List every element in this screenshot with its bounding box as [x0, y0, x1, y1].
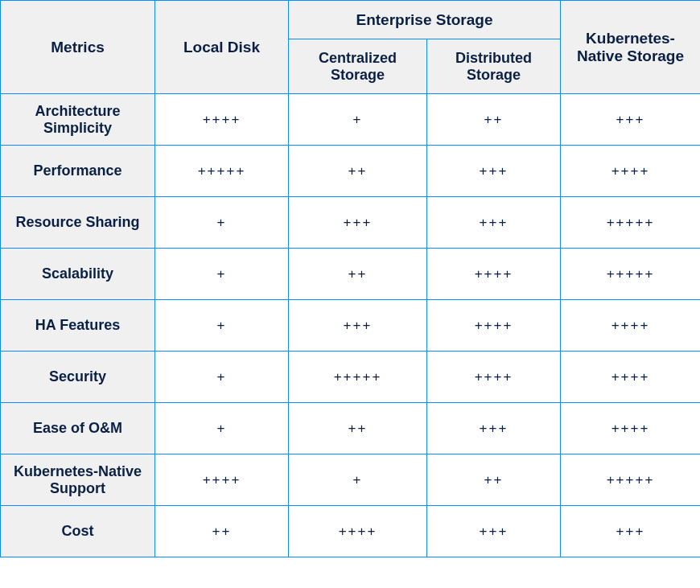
metric-label: HA Features	[1, 300, 155, 352]
metric-label: Scalability	[1, 249, 155, 300]
metric-label: Resource Sharing	[1, 197, 155, 249]
cell-value: +	[155, 352, 289, 403]
header-k8s-native: Kubernetes-Native Storage	[561, 1, 701, 94]
cell-value: +++	[289, 197, 427, 249]
cell-value: +++	[427, 197, 561, 249]
cell-value: +	[289, 454, 427, 506]
cell-value: ++	[155, 506, 289, 557]
cell-value: +	[155, 403, 289, 454]
cell-value: +++	[427, 403, 561, 454]
metric-label: Security	[1, 352, 155, 403]
table-row: Scalability + ++ ++++ +++++	[1, 249, 701, 300]
cell-value: ++	[289, 403, 427, 454]
metric-label: Ease of O&M	[1, 403, 155, 454]
cell-value: ++++	[289, 506, 427, 557]
cell-value: +++++	[561, 249, 701, 300]
cell-value: +	[289, 94, 427, 146]
cell-value: +++++	[561, 197, 701, 249]
cell-value: +++	[561, 94, 701, 146]
cell-value: +++++	[289, 352, 427, 403]
header-metrics: Metrics	[1, 1, 155, 94]
table-row: Cost ++ ++++ +++ +++	[1, 506, 701, 557]
table-row: Resource Sharing + +++ +++ +++++	[1, 197, 701, 249]
cell-value: +++	[561, 506, 701, 557]
cell-value: ++++	[561, 146, 701, 197]
comparison-table: Metrics Local Disk Enterprise Storage Ku…	[0, 0, 700, 557]
cell-value: ++++	[427, 352, 561, 403]
cell-value: +++	[427, 146, 561, 197]
table-row: Architecture Simplicity ++++ + ++ +++	[1, 94, 701, 146]
cell-value: ++++	[561, 300, 701, 352]
cell-value: +	[155, 249, 289, 300]
cell-value: ++	[427, 454, 561, 506]
cell-value: ++++	[155, 454, 289, 506]
table-row: Kubernetes-Native Support ++++ + ++ ++++…	[1, 454, 701, 506]
metric-label: Architecture Simplicity	[1, 94, 155, 146]
cell-value: +++	[289, 300, 427, 352]
header-centralized: Centralized Storage	[289, 39, 427, 94]
cell-value: +	[155, 300, 289, 352]
table-row: Performance +++++ ++ +++ ++++	[1, 146, 701, 197]
table-row: Ease of O&M + ++ +++ ++++	[1, 403, 701, 454]
cell-value: ++++	[561, 352, 701, 403]
metric-label: Cost	[1, 506, 155, 557]
cell-value: ++++	[427, 300, 561, 352]
cell-value: +	[155, 197, 289, 249]
cell-value: +++	[427, 506, 561, 557]
metric-label: Performance	[1, 146, 155, 197]
metric-label: Kubernetes-Native Support	[1, 454, 155, 506]
header-distributed: Distributed Storage	[427, 39, 561, 94]
cell-value: +++++	[155, 146, 289, 197]
cell-value: ++	[289, 146, 427, 197]
cell-value: +++++	[561, 454, 701, 506]
table-row: Security + +++++ ++++ ++++	[1, 352, 701, 403]
cell-value: ++	[289, 249, 427, 300]
cell-value: ++++	[561, 403, 701, 454]
table-row: HA Features + +++ ++++ ++++	[1, 300, 701, 352]
header-enterprise-group: Enterprise Storage	[289, 1, 561, 39]
header-row-1: Metrics Local Disk Enterprise Storage Ku…	[1, 1, 701, 39]
cell-value: ++++	[155, 94, 289, 146]
cell-value: ++++	[427, 249, 561, 300]
cell-value: ++	[427, 94, 561, 146]
header-local-disk: Local Disk	[155, 1, 289, 94]
